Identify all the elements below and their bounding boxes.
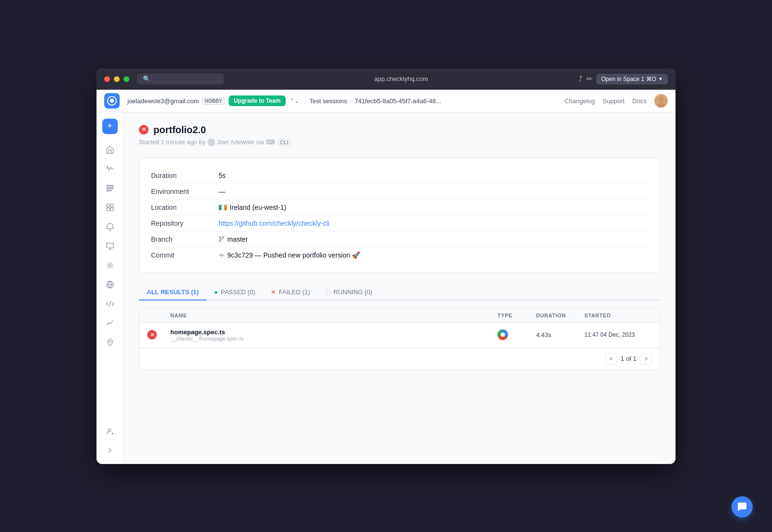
url-bar: app.checklyhq.com <box>232 75 571 82</box>
row-filepath: __checks__/homepage.spec.ts <box>170 336 497 341</box>
info-row-repository: Repository https://github.com/checkly/ch… <box>151 216 648 232</box>
navbar: joeladewole3@gmail.com HOBBY Upgrade to … <box>96 90 676 113</box>
info-card: Duration 5s Environment — Location 🇮🇪 Ir… <box>139 158 660 273</box>
results-tabs: ALL RESULTS (1) ● PASSED (0) ✕ FAILED (1… <box>139 285 660 300</box>
cli-icon: ⌨ <box>266 138 275 146</box>
svg-point-17 <box>108 429 111 432</box>
sidebar-item-analytics[interactable] <box>102 315 118 331</box>
col-started: STARTED <box>584 313 652 318</box>
commit-icon <box>219 252 224 258</box>
sidebar-item-alerts[interactable] <box>102 219 118 234</box>
results-table: NAME TYPE DURATION STARTED ✕ homepage.sp… <box>139 308 660 370</box>
environment-value: — <box>219 188 225 195</box>
sidebar-item-monitors[interactable] <box>102 238 118 254</box>
svg-rect-12 <box>107 243 113 248</box>
info-row-branch: Branch master <box>151 232 648 247</box>
user-avatar-small <box>207 138 215 146</box>
via-method-badge: CLI <box>277 138 291 146</box>
navbar-right: Changelog Support Docs <box>565 94 668 108</box>
upgrade-chevron-icon: ⌃⌄ <box>290 97 299 104</box>
row-failed-icon: ✕ <box>147 330 157 340</box>
hobby-badge: HOBBY <box>202 97 225 105</box>
col-type: TYPE <box>497 313 536 318</box>
page-title: portfolio2.0 <box>153 124 206 136</box>
app-logo[interactable] <box>104 93 120 109</box>
svg-point-20 <box>220 240 221 242</box>
svg-rect-9 <box>110 204 113 207</box>
info-row-commit: Commit 9c3c729 — Pushed new portfolio ve… <box>151 247 648 263</box>
pagination-next-button[interactable]: > <box>640 353 652 365</box>
svg-point-16 <box>109 341 110 342</box>
svg-rect-6 <box>107 188 113 189</box>
tab-failed[interactable]: ✕ FAILED (1) <box>263 285 317 300</box>
commit-value: 9c3c729 — Pushed new portfolio version 🚀 <box>219 251 360 259</box>
breadcrumb-test-sessions[interactable]: Test sessions <box>309 97 347 105</box>
open-in-space-button[interactable]: Open in Space 1 ⌘O ▼ <box>596 74 668 84</box>
row-name-cell: homepage.spec.ts __checks__/homepage.spe… <box>170 328 497 341</box>
row-filename: homepage.spec.ts <box>170 328 497 336</box>
tab-all-results[interactable]: ALL RESULTS (1) <box>139 285 207 300</box>
user-avatar[interactable] <box>654 94 668 108</box>
main-area: + <box>96 113 676 464</box>
sidebar-item-locations[interactable] <box>102 335 118 350</box>
chat-button[interactable] <box>731 496 753 518</box>
docs-link[interactable]: Docs <box>632 97 647 105</box>
pagination-info: 1 of 1 <box>620 355 636 362</box>
sidebar-bottom <box>102 423 118 458</box>
col-duration: DURATION <box>536 313 584 318</box>
info-row-duration: Duration 5s <box>151 168 648 184</box>
add-button[interactable]: + <box>102 119 118 134</box>
branch-label: Branch <box>151 235 219 243</box>
tab-running[interactable]: ◌ RUNNING (0) <box>317 285 380 300</box>
git-branch-icon <box>219 236 224 242</box>
sidebar-item-globe[interactable] <box>102 277 118 292</box>
row-status-cell: ✕ <box>147 330 170 340</box>
sidebar-item-invite-user[interactable] <box>102 423 118 439</box>
upgrade-button[interactable]: Upgrade to Team <box>229 95 285 106</box>
row-duration: 4.43s <box>536 331 584 339</box>
sidebar-item-checks[interactable] <box>102 180 118 196</box>
row-started: 11:47 04 Dec, 2023 <box>584 331 652 338</box>
pagination-prev-button[interactable]: < <box>605 353 617 365</box>
pencil-icon[interactable]: ✏ <box>586 74 593 83</box>
tab-passed[interactable]: ● PASSED (0) <box>207 285 263 300</box>
search-icon: 🔍 <box>143 75 151 82</box>
pagination: < 1 of 1 > <box>139 348 660 369</box>
page-subtitle: Started 1 minute ago by Joel Adewole via… <box>139 138 660 146</box>
app-container: joeladewole3@gmail.com HOBBY Upgrade to … <box>96 90 676 464</box>
repository-label: Repository <box>151 219 219 227</box>
sidebar-item-code[interactable] <box>102 296 118 312</box>
support-link[interactable]: Support <box>603 97 625 105</box>
info-row-environment: Environment — <box>151 184 648 200</box>
info-row-location: Location 🇮🇪 Ireland (eu-west-1) <box>151 200 648 216</box>
sidebar-item-activity[interactable] <box>102 161 118 177</box>
passed-icon: ● <box>214 288 218 296</box>
environment-label: Environment <box>151 188 219 195</box>
traffic-lights <box>104 76 129 82</box>
changelog-link[interactable]: Changelog <box>565 97 595 105</box>
close-button[interactable] <box>104 76 110 82</box>
svg-point-1 <box>110 99 114 103</box>
table-row[interactable]: ✕ homepage.spec.ts __checks__/homepage.s… <box>139 323 660 348</box>
svg-rect-7 <box>107 190 111 191</box>
svg-rect-8 <box>107 204 110 207</box>
share-icon[interactable]: ⤴ <box>579 75 582 83</box>
maximize-button[interactable] <box>124 76 129 82</box>
svg-rect-11 <box>110 208 113 211</box>
branch-value: master <box>219 235 248 243</box>
sidebar-item-home[interactable] <box>102 142 118 157</box>
svg-point-3 <box>659 97 663 102</box>
breadcrumb: / Test sessions / 741fecb5-8a05-45f7-a4a… <box>305 97 441 105</box>
browser-search[interactable]: 🔍 <box>137 73 224 84</box>
failed-icon: ✕ <box>271 288 276 296</box>
sidebar-item-integrations[interactable] <box>102 258 118 273</box>
sidebar-item-dashboards[interactable] <box>102 200 118 215</box>
repository-link[interactable]: https://github.com/checkly/checkly-cli <box>219 219 330 227</box>
svg-point-21 <box>221 254 222 256</box>
minimize-button[interactable] <box>114 76 120 82</box>
chrome-icon <box>497 329 508 340</box>
title-bar: 🔍 app.checklyhq.com ⤴ ✏ Open in Space 1 … <box>96 68 676 90</box>
sidebar-expand-button[interactable] <box>102 443 118 458</box>
location-label: Location <box>151 204 219 211</box>
commit-label: Commit <box>151 251 219 259</box>
